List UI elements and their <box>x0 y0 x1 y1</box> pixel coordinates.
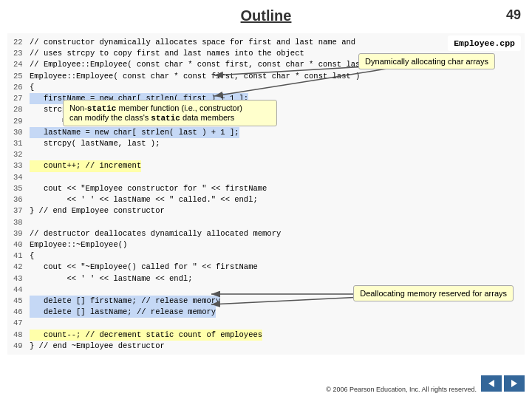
code-line: 46 delete [] lastName; // release memory <box>13 307 519 318</box>
page-title: Outline <box>241 7 292 24</box>
code-line: 49 } // end ~Employee destructor <box>13 341 519 352</box>
svg-marker-7 <box>511 380 517 387</box>
code-line: 33 count++; // increment <box>13 160 519 171</box>
code-line: 39 // destructor deallocates dynamically… <box>13 228 519 239</box>
callout-employee-file: Employee.cpp <box>448 35 521 51</box>
code-line: 31 strcpy( lastName, last ); <box>13 138 519 149</box>
code-display: 22 // constructor dynamically allocates … <box>7 33 525 355</box>
code-line: 38 <box>13 217 519 228</box>
code-line: 25 Employee::Employee( const char * cons… <box>13 71 519 82</box>
callout-dealloc: Deallocating memory reserved for arrays <box>353 285 514 301</box>
code-line: 36 << ' ' << lastName << " called." << e… <box>13 194 519 205</box>
code-line: 42 cout << "~Employee() called for " << … <box>13 262 519 273</box>
code-line: 26 { <box>13 82 519 93</box>
code-line: 43 << ' ' << lastName << endl; <box>13 273 519 284</box>
svg-marker-6 <box>488 380 494 387</box>
code-line: 37 } // end Employee constructor <box>13 205 519 216</box>
code-line: 34 <box>13 172 519 183</box>
code-line: 32 <box>13 149 519 160</box>
callout-char-arrays: Dynamically allocating char arrays <box>358 53 495 69</box>
code-line: 41 { <box>13 250 519 262</box>
page-number: 49 <box>506 7 521 23</box>
code-line: 22 // constructor dynamically allocates … <box>13 37 519 48</box>
code-line: 40 Employee::~Employee() <box>13 239 519 250</box>
callout-static-member: Non-static member function (i.e., constr… <box>63 100 277 126</box>
prev-button[interactable] <box>481 375 502 392</box>
nav-buttons[interactable] <box>481 375 525 392</box>
code-line: 48 count--; // decrement static count of… <box>13 330 519 341</box>
copyright-text: © 2006 Pearson Education, Inc. All right… <box>326 386 477 393</box>
code-line: 35 cout << "Employee constructor for " <… <box>13 183 519 194</box>
code-line: 30 lastName = new char[ strlen( last ) +… <box>13 127 519 138</box>
code-line: 47 <box>13 318 519 329</box>
next-button[interactable] <box>504 375 525 392</box>
